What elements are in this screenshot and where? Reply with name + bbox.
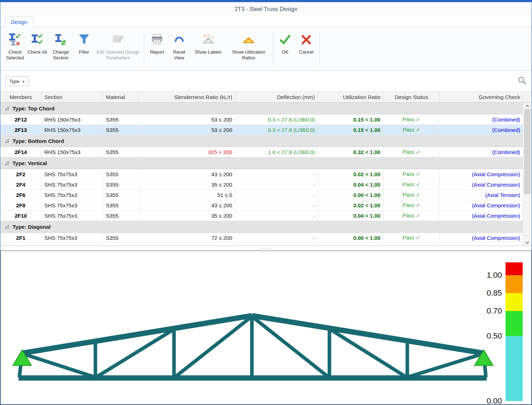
show-utilization-ratios-button[interactable]: Show Utilization Ratios	[226, 30, 271, 68]
cancel-button[interactable]: Cancel	[295, 30, 317, 68]
group-label: Type: Diagonal	[13, 224, 50, 230]
cell-material: S355	[103, 233, 139, 243]
top-chord-left-member	[23, 316, 252, 353]
button-label: Change Section	[48, 49, 74, 61]
table-row-2F14[interactable]: 2F14RHS 150x75x3S355315 > 2001.0 < 27.8 …	[0, 147, 523, 157]
legend-segment	[506, 275, 523, 293]
cell-utilization: 0.15 < 1.00	[318, 114, 384, 124]
cell-member: 2F1	[0, 233, 42, 243]
table-row-2F12[interactable]: 2F12RHS 150x75x3S35553 ≤ 2000.3 < 27.8 (…	[0, 114, 523, 125]
cell-governing: (Axial Compression)	[440, 233, 523, 243]
column-header-section[interactable]: Section	[42, 92, 103, 102]
window-title: 2T3 - Steel Truss Design	[234, 6, 297, 13]
cell-member: 2F8	[0, 200, 42, 210]
cell-material: S355	[103, 200, 139, 210]
cell-member: 2F13	[0, 125, 42, 135]
report-button[interactable]: Report	[146, 30, 168, 68]
cell-status: Pass ✓	[384, 190, 440, 200]
truss-viewport[interactable]: 1.000.850.700.500.00	[0, 251, 532, 405]
check-all-icon	[30, 33, 44, 47]
table-row-2F13[interactable]: 2F13RHS 150x75x3S35553 ≤ 2000.3 < 27.8 (…	[0, 125, 523, 135]
cell-material: S355	[103, 211, 139, 221]
group-row[interactable]: Type: Diagonal	[0, 221, 523, 233]
table-row-2F4[interactable]: 2F4SHS 75x75x3S35535 ≤ 200-0.04 < 1.00Pa…	[0, 179, 523, 190]
check-all-button[interactable]: Check All	[27, 30, 48, 68]
check-selected-button[interactable]: Check Selected	[3, 30, 27, 68]
table-row-2F2[interactable]: 2F2SHS 75x75x3S35543 ≤ 200-0.02 < 1.00Pa…	[0, 169, 523, 179]
ok-check-icon	[278, 33, 292, 47]
scroll-thumb[interactable]	[524, 109, 531, 194]
scroll-track[interactable]	[523, 109, 532, 239]
collapse-icon	[5, 106, 9, 110]
button-label: Edit Selected Design Parameters	[94, 49, 142, 61]
cell-status: Pass ✓	[384, 169, 440, 179]
cell-utilization: 0.02 < 1.00	[318, 200, 384, 210]
cell-material: S355	[103, 147, 139, 157]
truss-members	[19, 316, 487, 378]
cell-member: 2F6	[0, 190, 42, 200]
utilization-legend-colorbar	[506, 262, 523, 401]
toolbar-separator	[319, 32, 319, 65]
top-chord-right-member	[252, 316, 483, 353]
scroll-up-button[interactable]	[523, 103, 532, 109]
scroll-down-button[interactable]	[523, 239, 532, 246]
cell-section: RHS 150x75x3	[42, 125, 103, 135]
column-header-utilization[interactable]: Utilization Ratio	[318, 92, 384, 102]
ribbon-toolbar: Check Selected Check All	[0, 28, 532, 71]
titlebar: 2T3 - Steel Truss Design	[0, 2, 532, 16]
show-labels-icon: 22 21 13	[201, 33, 215, 47]
column-header-governing[interactable]: Governing Check	[440, 92, 523, 102]
search-icon[interactable]	[517, 76, 527, 87]
collapse-icon	[5, 224, 9, 229]
column-header-deflection[interactable]: Deflection (mm)	[235, 92, 318, 102]
cell-governing: (Combined)	[440, 125, 523, 135]
cell-slenderness: 35 ≤ 200	[139, 211, 235, 221]
cell-deflection: -	[235, 169, 318, 179]
cell-slenderness: 72 ≤ 200	[139, 233, 235, 243]
filter-button[interactable]: Filter	[74, 30, 94, 68]
svg-text:22: 22	[204, 35, 206, 38]
toolbar-separator	[273, 32, 273, 65]
cell-utilization: 0.00 < 1.00	[318, 233, 384, 243]
table-row-2F1[interactable]: 2F1SHS 75x75x3S35572 ≤ 200-0.00 < 1.00Pa…	[0, 233, 523, 243]
legend-label: 1.00	[487, 271, 502, 280]
button-label: Show Utilization Ratios	[226, 49, 271, 61]
table-row-2F6[interactable]: 2F6SHS 75x75x3S35551 ≤ 0-0.00 < 1.00Pass…	[0, 190, 523, 200]
button-label: Check Selected	[3, 49, 27, 61]
cell-material: S355	[103, 190, 139, 200]
cell-governing: (Axial Tension)	[440, 190, 523, 200]
group-row[interactable]: Type: Vertical	[0, 157, 523, 169]
column-header-member[interactable]: Members	[0, 92, 42, 102]
cell-utilization: 0.15 < 1.00	[318, 125, 384, 135]
cell-status: Pass ✓	[384, 125, 440, 135]
group-row[interactable]: Type: Top Chord	[0, 103, 523, 114]
diagonal-member	[407, 354, 483, 377]
cell-material: S355	[103, 179, 139, 189]
ribbon-tab-row: Design	[0, 16, 532, 28]
pane-splitter[interactable]: ·····	[0, 246, 532, 251]
table-row-2F8[interactable]: 2F8SHS 75x75x3S35543 ≤ 200-0.02 < 1.00Pa…	[0, 200, 523, 211]
change-section-icon	[54, 33, 68, 47]
vertical-scrollbar[interactable]	[523, 103, 532, 246]
ok-button[interactable]: OK	[275, 30, 295, 68]
table-row-2F10[interactable]: 2F10SHS 75x75x3S35535 ≤ 200-0.04 < 1.00P…	[0, 211, 523, 221]
table-body: Type: Top Chord2F12RHS 150x75x3S35553 ≤ …	[0, 103, 532, 246]
column-header-status[interactable]: Design Status	[384, 92, 440, 102]
show-labels-button[interactable]: 22 21 13 Show Labels	[190, 30, 226, 68]
column-header-material[interactable]: Material	[103, 92, 139, 102]
cell-utilization: 0.04 < 1.00	[318, 179, 384, 189]
group-row[interactable]: Type: Bottom Chord	[0, 135, 523, 147]
cell-deflection: -	[235, 211, 318, 221]
tab-design[interactable]: Design	[5, 16, 34, 28]
button-label: Cancel	[299, 49, 313, 55]
cancel-x-icon	[299, 33, 313, 47]
reset-view-button[interactable]: Reset View	[168, 30, 190, 68]
cell-status: Pass ✓	[384, 147, 440, 157]
group-by-type-button[interactable]: Type ▲	[5, 76, 29, 86]
legend-label: 0.85	[487, 288, 502, 298]
cell-section: SHS 75x75x3	[42, 211, 103, 221]
report-printer-icon	[150, 33, 164, 47]
column-header-slenderness[interactable]: Slenderness Ratio (kL/r)	[139, 92, 235, 102]
group-label: Type: Top Chord	[13, 105, 55, 112]
change-section-button[interactable]: Change Section	[48, 30, 74, 68]
